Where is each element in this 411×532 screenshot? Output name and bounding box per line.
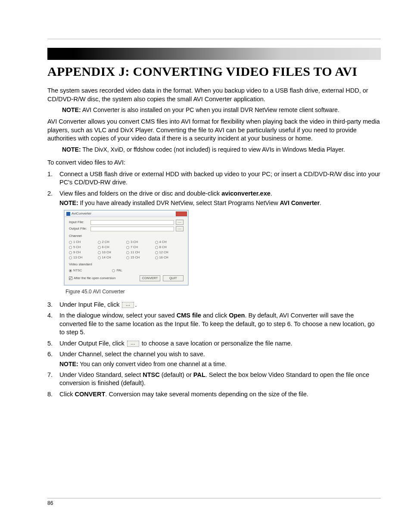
- step-2-exe: aviconverter.exe: [221, 190, 271, 197]
- output-file-field[interactable]: [90, 227, 174, 231]
- step-2-text-a: View files and folders on the drive or d…: [59, 190, 221, 197]
- step-3: Under Input File, click .: [47, 301, 381, 309]
- note-1: NOTE: AVI Converter is also installed on…: [62, 106, 381, 114]
- output-file-label: Output File:: [69, 227, 89, 231]
- ntsc-label: NTSC: [73, 268, 82, 273]
- browse-button-icon: [122, 302, 134, 308]
- step-2-note-d: AVI Converter: [280, 199, 320, 206]
- note-1-label: NOTE:: [62, 106, 81, 113]
- channel-label: 14 CH: [102, 255, 111, 260]
- channel-grid: 1 CH 2 CH 3 CH 4 CH 5 CH 6 CH 7 CH 8 CH …: [69, 240, 184, 260]
- heading-banner: [47, 48, 381, 60]
- after-open-label: After the file open conversion: [74, 276, 115, 280]
- channel-radio[interactable]: 4 CH: [155, 240, 184, 244]
- channel-label: 7 CH: [131, 245, 138, 249]
- step-4-b: CMS file: [177, 312, 201, 319]
- pal-label: PAL: [116, 268, 122, 273]
- step-6-text: Under Channel, select the channel you wi…: [59, 351, 205, 358]
- channel-radio[interactable]: 14 CH: [98, 255, 127, 260]
- step-7-c: (default) or: [160, 371, 193, 378]
- channel-radio[interactable]: 11 CH: [126, 250, 155, 255]
- app-window: AviConverter Input File: Output File:: [64, 210, 189, 286]
- channel-radio[interactable]: 8 CH: [155, 245, 184, 249]
- step-5-b: to choose a save location or personalize…: [140, 340, 293, 347]
- titlebar: AviConverter: [65, 211, 188, 217]
- step-2-note-c: NetView: [256, 199, 278, 206]
- channel-label: 13 CH: [73, 255, 82, 260]
- channel-label: 8 CH: [159, 245, 167, 249]
- channel-label: 4 CH: [159, 240, 167, 244]
- channel-group-label: Channel: [69, 234, 184, 239]
- step-6: Under Channel, select the channel you wi…: [47, 350, 381, 368]
- channel-radio[interactable]: 1 CH: [69, 240, 98, 244]
- channel-radio[interactable]: 2 CH: [98, 240, 127, 244]
- step-4-d: Open: [229, 312, 245, 319]
- channel-label: 3 CH: [131, 240, 138, 244]
- step-2-note-b: Programs: [228, 199, 254, 206]
- step-8: Click CONVERT. Conversion may take sever…: [47, 390, 381, 399]
- step-6-note-label: NOTE:: [59, 361, 78, 367]
- step-2: View files and folders on the drive or d…: [47, 190, 381, 296]
- channel-radio[interactable]: 12 CH: [155, 250, 184, 255]
- step-3-text-a: Under Input File, click: [59, 301, 121, 308]
- step-7-b: NTSC: [143, 371, 159, 378]
- intro-paragraph-1: The system saves recorded video data in …: [47, 87, 381, 103]
- page-number: 86: [47, 500, 53, 506]
- channel-radio[interactable]: 10 CH: [98, 250, 127, 255]
- step-5: Under Output File, click to choose a sav…: [47, 339, 381, 348]
- app-icon: [66, 212, 70, 216]
- channel-radio[interactable]: 16 CH: [155, 255, 184, 260]
- step-4-c: and click: [201, 312, 229, 319]
- step-8-b: CONVERT: [75, 391, 105, 398]
- convert-button[interactable]: CONVERT: [140, 275, 160, 281]
- figure-caption: Figure 45.0 AVI Converter: [65, 288, 381, 295]
- channel-label: 6 CH: [102, 245, 109, 249]
- channel-label: 12 CH: [159, 250, 168, 255]
- aviconverter-screenshot: AviConverter Input File: Output File:: [64, 210, 381, 286]
- step-2-note-label: NOTE:: [59, 199, 78, 206]
- channel-label: 10 CH: [102, 250, 111, 255]
- close-icon[interactable]: [176, 212, 187, 216]
- channel-radio[interactable]: 7 CH: [126, 245, 155, 249]
- channel-label: 11 CH: [131, 250, 140, 255]
- note-1-text: AVI Converter is also installed on your …: [82, 106, 339, 113]
- top-rule: [47, 39, 381, 39]
- note-2-label: NOTE:: [62, 146, 81, 153]
- after-open-checkbox[interactable]: After the file open conversion: [69, 276, 115, 280]
- channel-label: 15 CH: [131, 255, 140, 260]
- step-2-note: NOTE: If you have already installed DVR …: [59, 199, 381, 207]
- browse-button-icon: [127, 341, 139, 347]
- pal-radio[interactable]: PAL: [112, 268, 122, 273]
- video-standard-label: Video standard: [69, 262, 184, 267]
- channel-radio[interactable]: 5 CH: [69, 245, 98, 249]
- page-footer: 86: [47, 498, 381, 506]
- ntsc-radio[interactable]: NTSC: [69, 268, 82, 273]
- quit-button[interactable]: QUIT: [163, 275, 184, 281]
- step-5-a: Under Output File, click: [59, 340, 126, 347]
- steps-intro: To convert video files to AVI:: [47, 159, 381, 166]
- input-file-label: Input File:: [69, 220, 89, 225]
- channel-radio[interactable]: 15 CH: [126, 255, 155, 260]
- channel-radio[interactable]: 13 CH: [69, 255, 98, 260]
- channel-label: 2 CH: [102, 240, 109, 244]
- channel-radio[interactable]: 3 CH: [126, 240, 155, 244]
- page-title: APPENDIX J: CONVERTING VIDEO FILES TO AV…: [47, 64, 381, 79]
- input-file-browse-button[interactable]: [176, 220, 184, 225]
- steps-list: Connect a USB flash drive or external HD…: [47, 170, 381, 399]
- output-file-browse-button[interactable]: [176, 226, 184, 231]
- channel-label: 1 CH: [73, 240, 81, 244]
- step-8-c: . Conversion may take several moments de…: [105, 391, 308, 398]
- channel-label: 9 CH: [73, 250, 81, 255]
- app-title: AviConverter: [72, 212, 91, 216]
- step-3-text-b: .: [135, 301, 137, 308]
- step-4: In the dialogue window, select your save…: [47, 311, 381, 337]
- intro-paragraph-2: AVI Converter allows you convert CMS fil…: [47, 118, 381, 143]
- step-1: Connect a USB flash drive or external HD…: [47, 170, 381, 187]
- channel-radio[interactable]: 6 CH: [98, 245, 127, 249]
- step-6-note: NOTE: You can only convert video from on…: [59, 360, 381, 368]
- note-2: NOTE: The DivX, XviD, or ffdshow codec (…: [62, 146, 381, 154]
- channel-label: 5 CH: [73, 245, 81, 249]
- input-file-field[interactable]: [90, 220, 174, 225]
- channel-radio[interactable]: 9 CH: [69, 250, 98, 255]
- step-7-d: PAL: [193, 371, 206, 378]
